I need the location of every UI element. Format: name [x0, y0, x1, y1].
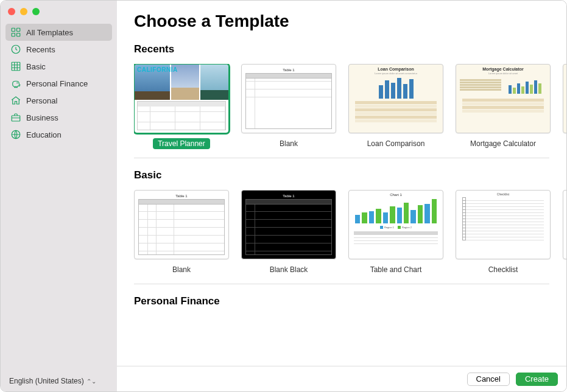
sidebar-item-label: Personal Finance — [26, 79, 88, 88]
content-scroll[interactable]: Choose a Template RecentsCALIFORNIAItine… — [117, 1, 566, 366]
sidebar-item-basic[interactable]: Basic — [5, 58, 112, 75]
template-label: Loan Comparison — [362, 138, 430, 149]
template-label: Blank — [275, 138, 303, 149]
section-divider — [134, 284, 549, 284]
grid-icon — [10, 61, 21, 72]
template-checklist[interactable]: ChecklistChecklist — [456, 190, 551, 275]
template-thumbnail: Checklist — [563, 190, 566, 259]
minimize-window-button[interactable] — [20, 8, 27, 15]
cancel-button[interactable]: Cancel — [467, 373, 510, 386]
globe-icon — [10, 129, 21, 140]
sidebar-item-label: All Templates — [26, 28, 73, 37]
section-recents: RecentsCALIFORNIAItineraryTravel Planner… — [134, 43, 566, 153]
sidebar-item-label: Personal — [26, 96, 57, 105]
template-table-and-chart[interactable]: Chart 1Region 1Region 2Table and Chart — [348, 190, 443, 275]
template-label: Blank Black — [265, 264, 313, 275]
template-label: Checklist — [484, 264, 523, 275]
template-thumbnail: Table 1 — [134, 190, 229, 259]
window-controls — [1, 5, 117, 24]
template-row: Table 1BlankTable 1Blank BlackChart 1Reg… — [134, 190, 566, 279]
template-blank-black[interactable]: Table 1Blank Black — [241, 190, 336, 275]
template-label: Travel Planner — [153, 138, 210, 149]
template-label: Mortgage Calculator — [465, 138, 541, 149]
home-icon — [10, 95, 21, 106]
template-my-sto[interactable]: Portfolio$00000.00My Sto — [563, 64, 566, 149]
svg-point-6 — [17, 83, 18, 83]
sidebar-item-all-templates[interactable]: All Templates — [5, 24, 112, 41]
sidebar-list: All TemplatesRecentsBasicPersonal Financ… — [1, 24, 117, 371]
template-chooser-window: All TemplatesRecentsBasicPersonal Financ… — [1, 1, 566, 391]
section-basic: BasicTable 1BlankTable 1Blank BlackChart… — [134, 169, 566, 279]
svg-rect-1 — [17, 28, 20, 31]
svg-rect-2 — [12, 33, 15, 37]
section-personal-finance: Personal Finance — [134, 295, 566, 320]
section-title: Personal Finance — [134, 295, 566, 307]
template-label: My Sto — [565, 138, 566, 149]
template-label: Blank — [167, 264, 195, 275]
sidebar-item-recents[interactable]: Recents — [5, 41, 112, 58]
template-thumbnail: Mortgage CalculatorLorem ipsum dolor sit… — [456, 64, 551, 133]
fullscreen-window-button[interactable] — [32, 8, 40, 15]
svg-rect-7 — [12, 116, 20, 121]
section-divider — [134, 158, 549, 158]
language-selector[interactable]: English (United States) ⌃⌄ — [1, 371, 117, 391]
main-panel: Choose a Template RecentsCALIFORNIAItine… — [117, 1, 566, 391]
sidebar-item-personal[interactable]: Personal — [5, 92, 112, 109]
close-window-button[interactable] — [8, 8, 15, 15]
template-row: CALIFORNIAItineraryTravel PlannerTable 1… — [134, 64, 566, 153]
sidebar-item-personal-finance[interactable]: Personal Finance — [5, 75, 112, 92]
sidebar-item-business[interactable]: Business — [5, 109, 112, 126]
sidebar-item-label: Basic — [26, 62, 46, 71]
briefcase-icon — [10, 112, 21, 123]
section-title: Basic — [134, 169, 566, 181]
template-thumbnail: Loan ComparisonLorem ipsum dolor sit ame… — [348, 64, 443, 133]
footer: Cancel Create — [117, 366, 566, 391]
template-blank[interactable]: Table 1Blank — [134, 190, 229, 275]
sidebar-item-label: Education — [26, 130, 62, 139]
chevron-updown-icon: ⌃⌄ — [86, 378, 96, 385]
template-label: Table and Chart — [365, 264, 427, 275]
template-chec[interactable]: ChecklistChec — [563, 190, 566, 275]
clock-icon — [10, 44, 21, 55]
svg-rect-5 — [12, 62, 20, 71]
create-button[interactable]: Create — [516, 373, 558, 386]
templates-grid-icon — [10, 27, 21, 38]
template-blank[interactable]: Table 1Blank — [241, 64, 336, 149]
section-title: Recents — [134, 43, 566, 55]
template-thumbnail: CALIFORNIAItinerary — [134, 64, 229, 133]
svg-rect-0 — [12, 28, 15, 31]
svg-rect-3 — [17, 33, 20, 37]
language-label: English (United States) — [9, 377, 84, 385]
template-thumbnail: Table 1 — [241, 64, 336, 133]
template-travel-planner[interactable]: CALIFORNIAItineraryTravel Planner — [134, 64, 229, 149]
template-row — [134, 316, 566, 320]
piggybank-icon — [10, 78, 21, 89]
sidebar-item-label: Recents — [26, 45, 55, 54]
template-mortgage-calculator[interactable]: Mortgage CalculatorLorem ipsum dolor sit… — [456, 64, 551, 149]
sidebar-item-label: Business — [26, 113, 58, 122]
template-thumbnail: Checklist — [456, 190, 551, 259]
template-loan-comparison[interactable]: Loan ComparisonLorem ipsum dolor sit ame… — [348, 64, 443, 149]
template-thumbnail: Portfolio$00000.00 — [563, 64, 566, 133]
sidebar-item-education[interactable]: Education — [5, 126, 112, 143]
template-thumbnail: Table 1 — [241, 190, 336, 259]
page-title: Choose a Template — [134, 12, 566, 31]
template-thumbnail: Chart 1Region 1Region 2 — [348, 190, 443, 259]
sidebar: All TemplatesRecentsBasicPersonal Financ… — [1, 1, 117, 391]
